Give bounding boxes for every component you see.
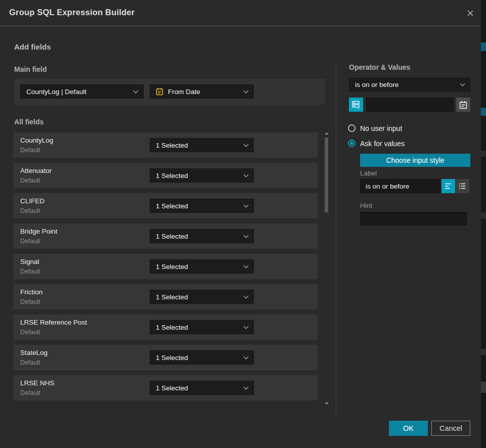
field-row: Bridge Point Default 1 Selected (13, 223, 318, 249)
calendar-icon (156, 87, 163, 96)
field-subtitle: Default (20, 207, 40, 214)
choose-input-style-button[interactable]: Choose input style (360, 154, 470, 167)
field-row: CountyLog Default 1 Selected (13, 132, 318, 158)
field-row: Friction Default 1 Selected (13, 284, 318, 309)
field-row: CLIFED Default 1 Selected (13, 193, 318, 218)
field-selected-dropdown[interactable]: 1 Selected (150, 229, 254, 243)
main-field-select[interactable]: From Date (150, 84, 254, 99)
field-subtitle: Default (20, 359, 40, 366)
bulleted-list-toggle-button[interactable] (456, 179, 469, 193)
field-selected-dropdown-label: 1 Selected (156, 384, 188, 392)
close-icon[interactable]: ✕ (463, 6, 477, 20)
list-scrollbar[interactable] (324, 131, 329, 406)
all-fields-label: All fields (14, 118, 43, 126)
dialog-title: Group SQL Expression Builder (9, 8, 135, 17)
chevron-down-icon (460, 81, 465, 86)
field-selected-dropdown-label: 1 Selected (156, 354, 188, 362)
field-selected-dropdown-label: 1 Selected (156, 233, 188, 240)
hint-caption: Hint (360, 202, 372, 209)
field-subtitle: Default (20, 298, 40, 305)
field-name: CountyLog (20, 137, 53, 144)
field-subtitle: Default (20, 238, 40, 245)
field-selected-dropdown[interactable]: 1 Selected (150, 259, 254, 274)
field-row: Signal Default 1 Selected (13, 254, 318, 279)
radio-no-user-input-label[interactable]: No user input (360, 124, 402, 132)
background-fragment (481, 382, 486, 393)
chevron-down-icon (244, 202, 249, 207)
field-row: LRSE NHS Default 1 Selected (13, 375, 318, 400)
layer-select-value: CountyLog | Default (26, 88, 86, 96)
field-selected-dropdown-label: 1 Selected (156, 172, 188, 180)
field-selected-dropdown-label: 1 Selected (156, 293, 188, 301)
scroll-up-arrow-icon[interactable] (325, 132, 329, 135)
scroll-down-arrow-icon[interactable] (325, 402, 329, 405)
field-row: LRSE Reference Post Default 1 Selected (13, 315, 318, 340)
cancel-button[interactable]: Cancel (431, 421, 470, 436)
unique-values-icon (352, 101, 361, 109)
operator-values-heading: Operator & Values (349, 63, 410, 71)
field-row: Attenuator Default 1 Selected (13, 163, 318, 188)
main-field-panel: CountyLog | Default From Date (14, 79, 325, 105)
align-left-toggle-button[interactable] (441, 179, 455, 193)
add-fields-heading: Add fields (14, 42, 51, 51)
field-name: Attenuator (20, 167, 52, 174)
field-selected-dropdown-label: 1 Selected (156, 202, 188, 210)
radio-ask-for-values[interactable] (348, 140, 356, 147)
field-name: Bridge Point (20, 228, 58, 235)
unique-values-button[interactable] (349, 98, 363, 112)
background-fragment (481, 349, 486, 355)
field-name: Friction (20, 288, 42, 296)
field-name: LRSE NHS (20, 379, 55, 387)
field-name: Signal (20, 258, 39, 265)
field-subtitle: Default (20, 389, 40, 396)
field-selected-dropdown[interactable]: 1 Selected (150, 168, 254, 183)
value-date-input[interactable] (366, 98, 454, 112)
radio-ask-for-values-label[interactable]: Ask for values (360, 140, 405, 148)
field-subtitle: Default (20, 268, 40, 275)
field-name: StateLog (20, 349, 48, 356)
operator-select[interactable]: is on or before (349, 78, 470, 92)
background-fragment (481, 212, 486, 218)
field-selected-dropdown-label: 1 Selected (156, 142, 188, 149)
chevron-down-icon (244, 293, 249, 298)
chevron-down-icon (244, 354, 249, 359)
layer-select[interactable]: CountyLog | Default (20, 84, 144, 99)
chevron-down-icon (244, 324, 249, 329)
date-picker-button[interactable] (456, 98, 470, 112)
field-selected-dropdown[interactable]: 1 Selected (150, 381, 254, 395)
field-selected-dropdown[interactable]: 1 Selected (150, 290, 254, 304)
field-subtitle: Default (20, 147, 40, 154)
label-caption: Label (360, 169, 377, 177)
chevron-down-icon (244, 263, 249, 268)
group-sql-expression-builder-dialog: Group SQL Expression Builder ✕ Add field… (0, 0, 481, 448)
scrollbar-thumb[interactable] (325, 138, 328, 212)
chevron-down-icon (244, 88, 249, 93)
ok-button[interactable]: OK (389, 421, 428, 436)
field-selected-dropdown[interactable]: 1 Selected (150, 138, 254, 152)
chevron-down-icon (134, 88, 139, 93)
field-name: LRSE Reference Post (20, 319, 87, 326)
align-left-icon (445, 183, 452, 190)
bulleted-list-icon (459, 183, 466, 190)
panel-divider (336, 62, 336, 416)
field-selected-dropdown[interactable]: 1 Selected (150, 199, 254, 213)
field-selected-dropdown[interactable]: 1 Selected (150, 320, 254, 334)
all-fields-list: CountyLog Default 1 Selected Attenuator … (13, 132, 318, 406)
field-subtitle: Default (20, 177, 40, 184)
background-fragment (481, 108, 486, 116)
background-fragment (481, 42, 486, 51)
background-fragment (481, 151, 486, 157)
field-selected-dropdown-label: 1 Selected (156, 324, 188, 331)
calendar-icon (459, 101, 467, 109)
operator-select-value: is on or before (355, 81, 399, 88)
main-field-label: Main field (14, 65, 47, 73)
field-name: CLIFED (20, 197, 45, 205)
label-input[interactable] (360, 179, 440, 193)
field-selected-dropdown[interactable]: 1 Selected (150, 350, 254, 365)
field-selected-dropdown-label: 1 Selected (156, 263, 188, 271)
chevron-down-icon (244, 172, 249, 177)
hint-input[interactable] (360, 212, 467, 226)
radio-no-user-input[interactable] (348, 124, 356, 132)
chevron-down-icon (244, 384, 249, 389)
field-subtitle: Default (20, 329, 40, 336)
